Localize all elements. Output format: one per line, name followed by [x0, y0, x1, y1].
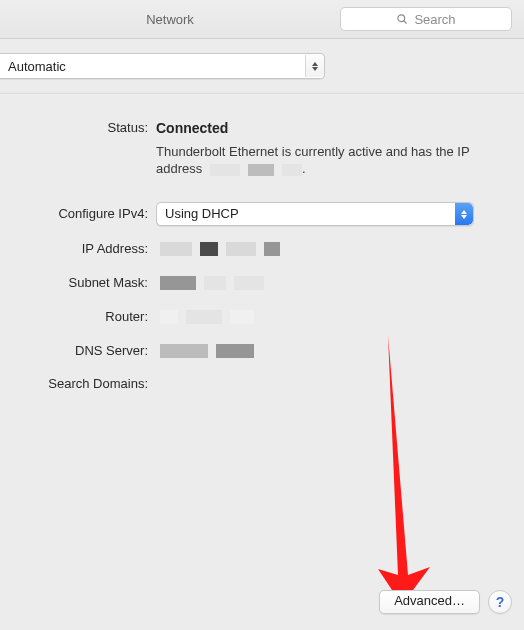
advanced-button[interactable]: Advanced… [379, 590, 480, 614]
configure-ipv4-label: Configure IPv4: [0, 201, 156, 227]
configure-ipv4-value: Using DHCP [157, 204, 455, 224]
dns-server-label: DNS Server: [0, 338, 156, 364]
location-select-value: Automatic [0, 59, 305, 74]
subnet-mask-label: Subnet Mask: [0, 270, 156, 296]
updown-icon [305, 55, 324, 77]
status-description: Thunderbolt Ethernet is currently active… [156, 143, 484, 177]
help-button[interactable]: ? [488, 590, 512, 614]
status-value: Connected [156, 115, 484, 141]
titlebar: Network Search [0, 0, 524, 39]
redacted-ip-inline [206, 163, 302, 177]
window-title: Network [0, 12, 340, 27]
search-domains-label: Search Domains: [0, 371, 156, 397]
status-desc-prefix: Thunderbolt Ethernet is currently active… [156, 144, 469, 176]
search-placeholder: Search [414, 12, 455, 27]
dns-server-value [156, 337, 254, 365]
footer: Advanced… ? [379, 590, 512, 614]
status-desc-suffix: . [302, 161, 306, 176]
search-wrap: Search [340, 7, 524, 31]
configure-ipv4-select[interactable]: Using DHCP [156, 202, 474, 226]
location-bar: Automatic [0, 39, 524, 94]
router-value [156, 303, 254, 331]
search-icon [396, 13, 408, 25]
router-label: Router: [0, 304, 156, 330]
ip-address-label: IP Address: [0, 236, 156, 262]
svg-line-1 [404, 21, 407, 24]
subnet-mask-value [156, 269, 264, 297]
updown-icon [455, 203, 473, 225]
search-input[interactable]: Search [340, 7, 512, 31]
svg-point-0 [398, 15, 405, 22]
location-select[interactable]: Automatic [0, 53, 325, 79]
main-panel: Status: Connected Thunderbolt Ethernet i… [0, 94, 524, 630]
status-label: Status: [0, 115, 156, 141]
ip-address-value [156, 235, 280, 263]
